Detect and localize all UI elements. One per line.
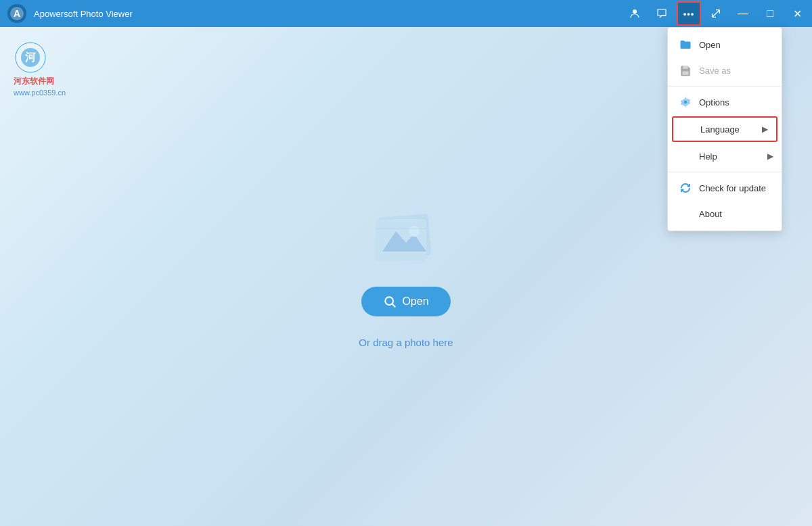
watermark-line1: 河东软件网	[14, 76, 68, 87]
drag-text: Or drag a photo here	[359, 337, 453, 348]
menu-item-save-as: Save as	[668, 57, 782, 83]
language-arrow-icon: ▶	[762, 124, 768, 134]
save-icon	[679, 64, 692, 77]
svg-point-3	[633, 9, 637, 14]
help-icon	[679, 149, 692, 163]
photo-placeholder-icon	[365, 206, 447, 273]
svg-text:A: A	[14, 8, 20, 19]
title-bar-controls: ••• — □ ✕	[623, 1, 809, 26]
menu-item-open[interactable]: Open	[668, 32, 782, 57]
options-label: Options	[699, 97, 729, 107]
svg-rect-13	[683, 66, 688, 69]
help-label: Help	[699, 151, 717, 162]
user-button[interactable]	[623, 1, 647, 26]
watermark-line2: www.pc0359.cn	[14, 89, 68, 97]
about-icon	[679, 207, 692, 220]
menu-item-check-update[interactable]: Check for update	[668, 175, 782, 201]
open-button[interactable]: Open	[361, 287, 450, 316]
svg-point-11	[386, 297, 394, 305]
app-logo: A	[0, 0, 34, 27]
watermark: 河 河东软件网 www.pc0359.cn	[14, 41, 68, 97]
svg-point-9	[409, 226, 420, 237]
svg-line-12	[392, 304, 396, 307]
save-as-label: Save as	[699, 66, 731, 76]
refresh-icon	[679, 181, 692, 195]
more-button[interactable]: •••	[677, 1, 701, 26]
svg-text:河: 河	[25, 51, 37, 63]
title-bar: A Apowersoft Photo Viewer ••• —	[0, 0, 812, 27]
maximize-button[interactable]: □	[758, 1, 782, 26]
minimize-button[interactable]: —	[731, 1, 755, 26]
more-icon: •••	[683, 9, 695, 19]
language-label: Language	[700, 124, 740, 135]
help-arrow-icon: ▶	[767, 151, 773, 161]
folder-icon	[679, 38, 692, 51]
check-update-label: Check for update	[699, 183, 766, 193]
menu-item-options[interactable]: Options	[668, 89, 782, 115]
language-icon	[680, 122, 694, 136]
open-label: Open	[699, 40, 721, 50]
svg-rect-14	[683, 72, 689, 75]
gear-icon	[679, 95, 692, 109]
menu-divider-2	[668, 172, 782, 172]
open-button-label: Open	[402, 295, 428, 308]
resize-button[interactable]	[704, 1, 728, 26]
menu-item-language[interactable]: Language ▶	[672, 116, 777, 142]
menu-divider-1	[668, 86, 782, 87]
dropdown-menu: Open Save as Options Language ▶ H	[667, 27, 782, 231]
menu-item-about[interactable]: About	[668, 201, 782, 226]
chat-button[interactable]	[650, 1, 674, 26]
menu-item-help[interactable]: Help ▶	[668, 143, 782, 169]
close-button[interactable]: ✕	[785, 1, 809, 26]
app-title: Apowersoft Photo Viewer	[34, 9, 623, 19]
about-label: About	[699, 209, 722, 219]
